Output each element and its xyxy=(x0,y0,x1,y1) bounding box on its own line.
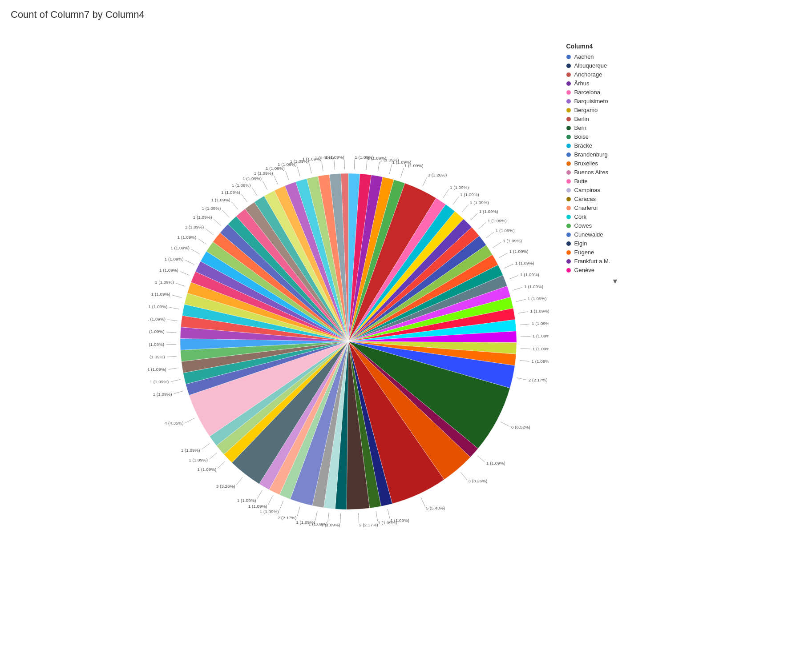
svg-line-88 xyxy=(170,380,180,382)
legend-items[interactable]: AachenAlbuquerqueAnchorageÅrhusBarcelona… xyxy=(566,53,664,276)
svg-text:1 (1.09%): 1 (1.09%) xyxy=(153,392,172,397)
legend-item: Elgin xyxy=(566,240,664,247)
legend-item: Albuquerque xyxy=(566,62,664,69)
svg-text:3 (3.26%): 3 (3.26%) xyxy=(428,173,447,177)
svg-line-96 xyxy=(166,332,176,333)
svg-line-112 xyxy=(198,239,206,245)
svg-text:3 (3.26%): 3 (3.26%) xyxy=(468,478,487,483)
svg-line-106 xyxy=(180,272,189,276)
svg-line-68 xyxy=(297,506,299,516)
svg-line-8 xyxy=(400,168,404,177)
svg-line-66 xyxy=(315,511,317,521)
svg-text:1 (1.09%): 1 (1.09%) xyxy=(185,225,204,229)
svg-text:1 (1.09%): 1 (1.09%) xyxy=(495,228,514,233)
svg-text:1 (1.09%): 1 (1.09%) xyxy=(503,238,522,243)
svg-text:5 (5.43%): 5 (5.43%) xyxy=(426,506,445,510)
svg-text:1 (1.09%): 1 (1.09%) xyxy=(325,155,344,160)
svg-line-36 xyxy=(518,312,528,313)
svg-text:1 (1.09%): 1 (1.09%) xyxy=(148,342,164,347)
svg-line-140 xyxy=(344,160,344,169)
svg-text:4 (4.35%): 4 (4.35%) xyxy=(164,421,183,425)
legend-item: Buenos Aires xyxy=(566,169,664,176)
svg-line-114 xyxy=(205,229,213,235)
legend-item: Frankfurt a.M. xyxy=(566,258,664,265)
svg-text:1 (1.09%): 1 (1.09%) xyxy=(242,176,262,181)
svg-line-28 xyxy=(504,264,513,269)
svg-line-104 xyxy=(176,283,185,286)
svg-text:1 (1.09%): 1 (1.09%) xyxy=(509,249,528,254)
svg-text:1 (1.09%): 1 (1.09%) xyxy=(151,292,170,297)
svg-line-38 xyxy=(520,324,529,325)
legend-item: Campinas xyxy=(566,187,664,193)
svg-line-120 xyxy=(231,202,238,209)
svg-line-58 xyxy=(376,511,378,521)
svg-text:1 (1.09%): 1 (1.09%) xyxy=(527,296,546,301)
svg-line-14 xyxy=(452,197,459,205)
svg-text:6 (6.52%): 6 (6.52%) xyxy=(511,425,530,429)
svg-line-136 xyxy=(321,161,323,171)
svg-line-86 xyxy=(174,391,183,393)
svg-line-116 xyxy=(213,219,221,226)
svg-text:1 (1.09%): 1 (1.09%) xyxy=(515,261,534,265)
svg-text:1 (1.09%): 1 (1.09%) xyxy=(148,329,165,334)
svg-text:1 (1.09%): 1 (1.09%) xyxy=(237,498,256,503)
svg-line-30 xyxy=(509,276,518,279)
svg-line-78 xyxy=(218,461,225,469)
svg-text:1 (1.09%): 1 (1.09%) xyxy=(254,171,273,176)
svg-line-26 xyxy=(499,253,508,258)
svg-text:1 (1.09%): 1 (1.09%) xyxy=(486,461,505,465)
svg-line-128 xyxy=(274,175,278,185)
legend-item: Bern xyxy=(566,124,664,131)
legend-item: Bruxelles xyxy=(566,160,664,167)
legend-title: Column4 xyxy=(566,43,664,50)
legend-item: Butte xyxy=(566,178,664,185)
svg-text:1 (1.09%): 1 (1.09%) xyxy=(189,457,208,462)
svg-text:1 (1.09%): 1 (1.09%) xyxy=(460,192,479,197)
legend: Column4 AachenAlbuquerqueAnchorageÅrhusB… xyxy=(566,43,664,285)
svg-text:1 (1.09%): 1 (1.09%) xyxy=(148,367,166,372)
svg-line-92 xyxy=(166,356,176,357)
svg-line-40 xyxy=(520,337,530,337)
svg-line-44 xyxy=(519,360,529,361)
svg-line-124 xyxy=(251,187,257,196)
svg-text:2 (2.17%): 2 (2.17%) xyxy=(277,515,296,520)
svg-line-134 xyxy=(309,164,311,173)
svg-line-118 xyxy=(222,210,229,217)
svg-text:1 (1.09%): 1 (1.09%) xyxy=(148,354,165,359)
svg-text:1 (1.09%): 1 (1.09%) xyxy=(149,379,169,384)
svg-line-82 xyxy=(202,443,210,449)
legend-item: Cork xyxy=(566,213,664,220)
svg-text:1 (1.09%): 1 (1.09%) xyxy=(378,520,397,525)
svg-line-132 xyxy=(297,167,300,177)
svg-line-122 xyxy=(241,194,247,202)
legend-item: Berlin xyxy=(566,116,664,122)
legend-item: Cowes xyxy=(566,222,664,229)
svg-line-46 xyxy=(517,378,526,380)
svg-line-108 xyxy=(185,260,194,265)
svg-line-50 xyxy=(477,456,485,462)
svg-line-52 xyxy=(460,472,467,480)
legend-item: Barcelona xyxy=(566,89,664,96)
scroll-down-arrow[interactable]: ▼ xyxy=(566,277,664,285)
svg-line-20 xyxy=(478,222,486,229)
legend-item: Cunewalde xyxy=(566,231,664,238)
svg-line-32 xyxy=(513,287,522,290)
svg-line-12 xyxy=(443,189,448,198)
svg-text:1 (1.09%): 1 (1.09%) xyxy=(170,245,190,250)
svg-line-64 xyxy=(327,513,329,522)
legend-item: Anchorage xyxy=(566,71,664,78)
svg-text:1 (1.09%): 1 (1.09%) xyxy=(532,346,548,351)
legend-item: Barquisimeto xyxy=(566,98,664,104)
svg-line-100 xyxy=(169,307,179,309)
legend-item: Brandenburg xyxy=(566,151,664,158)
svg-line-4 xyxy=(378,162,380,172)
svg-text:2 (2.17%): 2 (2.17%) xyxy=(528,377,547,382)
svg-line-102 xyxy=(172,295,182,298)
legend-item: Bräcke xyxy=(566,142,664,149)
legend-item: Genève xyxy=(566,267,664,273)
chart-title: Count of Column7 by Column4 xyxy=(0,0,812,25)
svg-line-80 xyxy=(209,453,217,459)
legend-item: Caracas xyxy=(566,196,664,202)
svg-text:1 (1.09%): 1 (1.09%) xyxy=(197,467,216,472)
svg-text:1 (1.09%): 1 (1.09%) xyxy=(449,185,469,190)
